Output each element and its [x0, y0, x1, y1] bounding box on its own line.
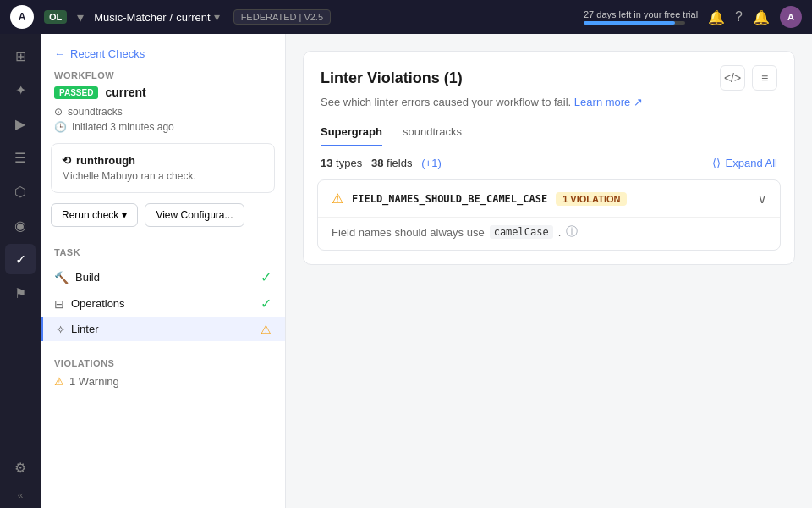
- sidebar-collapse-icon[interactable]: «: [18, 489, 24, 501]
- violation-item: ⚠ 1 Warning: [54, 375, 272, 388]
- workflow-buttons: Rerun check ▾ View Configura...: [41, 203, 285, 240]
- tabs: Supergraph soundtracks: [304, 119, 794, 146]
- workflow-card-header: ⟲ runthrough: [62, 154, 264, 167]
- help-icon[interactable]: ?: [735, 9, 743, 25]
- trial-text: 27 days left in your free trial: [584, 9, 698, 19]
- whisper-icon[interactable]: 🔔: [708, 9, 725, 25]
- notification-icon[interactable]: 🔔: [753, 9, 770, 25]
- sidebar-item-home[interactable]: ⊞: [5, 41, 36, 71]
- linter-header: Linter Violations (1) </> ≡: [304, 52, 794, 91]
- logo[interactable]: A: [10, 5, 34, 29]
- linter-warning-icon: ⚠: [261, 323, 272, 336]
- dropdown-arrow-icon: ▾: [122, 209, 127, 221]
- violation-row: ⚠ FIELD_NAMES_SHOULD_BE_CAMEL_CASE 1 VIO…: [317, 179, 781, 251]
- workflow-status: PASSED current: [41, 86, 285, 106]
- info-icon[interactable]: ⓘ: [566, 224, 578, 240]
- task-item-build[interactable]: 🔨 Build ✓: [41, 264, 285, 290]
- violations-label: VIOLATIONS: [54, 358, 272, 368]
- linter-header-icons: </> ≡: [720, 65, 777, 91]
- tab-soundtracks[interactable]: soundtracks: [403, 119, 462, 146]
- sidebar-icons: ⊞ ✦ ▶ ☰ ⬡ ◉ ✓ ⚑ ⚙ «: [0, 34, 41, 508]
- view-config-button[interactable]: View Configura...: [145, 203, 244, 227]
- violation-desc: Field names should always use camelCase …: [318, 217, 780, 250]
- org-dropdown-icon[interactable]: ▾: [77, 9, 84, 25]
- code-view-button[interactable]: </>: [720, 65, 745, 91]
- linter-stats: 13 types 38 fields (+1) ⟨⟩ Expand All: [304, 146, 794, 179]
- build-icon: 🔨: [54, 271, 69, 284]
- linter-card: Linter Violations (1) </> ≡ See which li…: [303, 51, 795, 265]
- sidebar-item-settings[interactable]: ⚙: [5, 452, 36, 483]
- violation-count-badge: 1 VIOLATION: [556, 192, 627, 206]
- learn-more-link[interactable]: Learn more ↗: [574, 96, 643, 108]
- linter-icon: ⟡: [57, 322, 64, 336]
- breadcrumb-dropdown-icon[interactable]: ▾: [214, 10, 220, 24]
- operations-check-icon: ✓: [261, 295, 272, 312]
- sidebar-item-play[interactable]: ▶: [5, 108, 36, 139]
- violation-chevron-icon[interactable]: ∨: [758, 192, 766, 206]
- sidebar-item-list[interactable]: ☰: [5, 142, 36, 173]
- back-button[interactable]: ← Recent Checks: [41, 44, 285, 70]
- build-check-icon: ✓: [261, 269, 272, 285]
- trial-bar: 27 days left in your free trial: [584, 9, 698, 25]
- workflow-section-label: WORKFLOW: [41, 70, 285, 86]
- body-layout: ⊞ ✦ ▶ ☰ ⬡ ◉ ✓ ⚑ ⚙ « ← Recent Checks WORK…: [0, 34, 812, 508]
- task-section: TASK 🔨 Build ✓ ⊟ Operations ✓ ⟡ Linter: [41, 240, 285, 348]
- expand-all-button[interactable]: ⟨⟩ Expand All: [712, 157, 777, 169]
- task-item-linter[interactable]: ⟡ Linter ⚠: [41, 317, 285, 341]
- avatar[interactable]: A: [780, 6, 802, 28]
- topnav-right: 27 days left in your free trial 🔔 ? 🔔 A: [584, 6, 802, 28]
- code-icon: </>: [724, 71, 741, 85]
- task-section-label: TASK: [41, 247, 285, 264]
- violation-warning-icon: ⚠: [54, 375, 64, 388]
- menu-button[interactable]: ≡: [752, 65, 777, 91]
- task-item-operations[interactable]: ⊟ Operations ✓: [41, 290, 285, 317]
- expand-icon: ⟨⟩: [712, 157, 721, 169]
- passed-badge: PASSED: [54, 86, 98, 99]
- linter-desc: See which linter errors caused your work…: [304, 91, 794, 119]
- trial-progress-fill: [584, 21, 675, 25]
- sidebar-item-schema[interactable]: ⬡: [5, 176, 36, 207]
- violation-row-warning-icon: ⚠: [332, 190, 343, 207]
- rerun-check-button[interactable]: Rerun check ▾: [51, 203, 138, 227]
- workflow-meta-soundtracks: ⊙ soundtracks: [54, 106, 272, 118]
- clock-icon: 🕒: [54, 121, 67, 133]
- workflow-meta-time: 🕒 Initiated 3 minutes ago: [54, 121, 272, 133]
- operations-icon: ⊟: [54, 297, 64, 311]
- menu-icon: ≡: [761, 71, 768, 85]
- breadcrumb: Music-Matcher / current ▾: [94, 10, 219, 24]
- federated-badge: FEDERATED | V2.5: [233, 9, 331, 25]
- sidebar-item-checks[interactable]: ✓: [5, 244, 36, 274]
- org-badge[interactable]: OL: [44, 10, 67, 24]
- runthrough-icon: ⟲: [62, 154, 71, 167]
- topnav: A OL ▾ Music-Matcher / current ▾ FEDERAT…: [0, 0, 812, 34]
- stats-text: 13 types 38 fields (+1): [321, 157, 442, 169]
- sidebar-item-monitor[interactable]: ◉: [5, 210, 36, 240]
- linter-title: Linter Violations (1): [321, 69, 463, 87]
- sidebar-item-graph[interactable]: ✦: [5, 75, 36, 105]
- violation-row-header[interactable]: ⚠ FIELD_NAMES_SHOULD_BE_CAMEL_CASE 1 VIO…: [318, 180, 780, 217]
- trial-progress-bar: [584, 21, 685, 25]
- main-content: Linter Violations (1) </> ≡ See which li…: [286, 34, 812, 508]
- violations-section: VIOLATIONS ⚠ 1 Warning: [41, 348, 285, 388]
- workflow-meta: ⊙ soundtracks 🕒 Initiated 3 minutes ago: [41, 106, 285, 143]
- sidebar-item-flag[interactable]: ⚑: [5, 278, 36, 308]
- back-arrow-icon: ←: [54, 47, 65, 60]
- workflow-card: ⟲ runthrough Michelle Mabuyo ran a check…: [51, 143, 275, 193]
- soundtracks-icon: ⊙: [54, 106, 63, 118]
- camel-case-code: camelCase: [490, 225, 553, 239]
- workflow-name: current: [105, 86, 145, 99]
- left-panel: ← Recent Checks WORKFLOW PASSED current …: [41, 34, 286, 508]
- violation-rule-name: FIELD_NAMES_SHOULD_BE_CAMEL_CASE: [352, 193, 547, 205]
- tab-supergraph[interactable]: Supergraph: [321, 119, 382, 146]
- workflow-card-desc: Michelle Mabuyo ran a check.: [62, 170, 264, 182]
